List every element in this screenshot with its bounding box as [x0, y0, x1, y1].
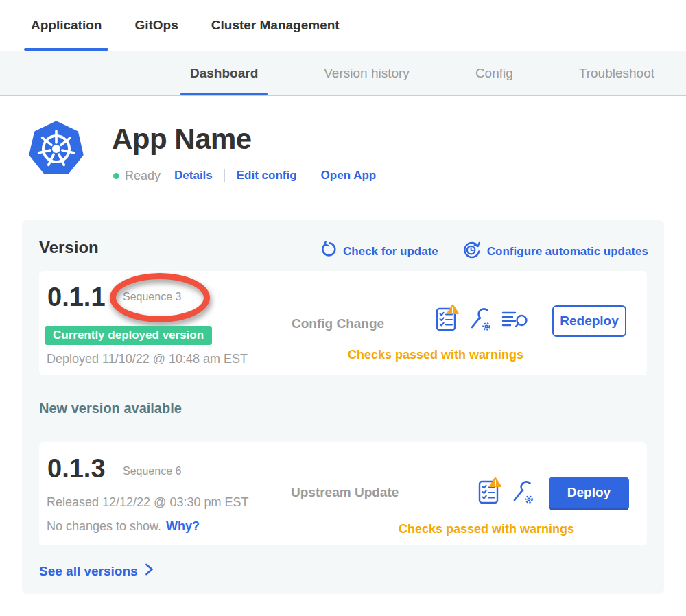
new-version-actions: [478, 477, 535, 507]
tab-version-history[interactable]: Version history: [314, 51, 419, 95]
new-version-heading: New version available: [39, 401, 182, 416]
scheduled-update-icon: [462, 240, 481, 263]
new-version-source: Upstream Update: [291, 485, 399, 500]
new-checks-status: Checks passed with warnings: [399, 522, 574, 536]
configure-automatic-updates-label: Configure automatic updates: [487, 245, 648, 259]
link-divider: [309, 169, 309, 182]
link-divider: [224, 169, 225, 182]
top-nav: Application GitOps Cluster Management: [0, 0, 686, 51]
new-version-number: 0.1.3: [47, 457, 106, 480]
app-status-label: Ready: [125, 169, 161, 183]
redeploy-button[interactable]: Redeploy: [552, 305, 626, 337]
current-version-sequence: Sequence 3: [123, 291, 181, 303]
why-link[interactable]: Why?: [166, 519, 200, 534]
tab-cluster-management[interactable]: Cluster Management: [204, 0, 346, 51]
preflight-checks-warning-icon[interactable]: [478, 477, 501, 507]
deploy-button[interactable]: Deploy: [549, 477, 629, 508]
view-diff-icon[interactable]: [501, 308, 529, 334]
preflight-checks-warning-icon[interactable]: [436, 304, 459, 334]
refresh-icon: [319, 241, 337, 262]
new-version-sequence: Sequence 6: [123, 465, 181, 477]
no-changes-row: No changes to show. Why?: [47, 519, 200, 534]
version-card-title: Version: [39, 238, 99, 257]
open-app-link[interactable]: Open App: [321, 169, 377, 182]
tab-dashboard[interactable]: Dashboard: [180, 51, 268, 95]
released-timestamp: Released 12/12/22 @ 03:30 pm EST: [47, 495, 248, 510]
current-checks-status: Checks passed with warnings: [348, 348, 523, 362]
configure-automatic-updates-link[interactable]: Configure automatic updates: [462, 240, 648, 263]
tab-config[interactable]: Config: [466, 51, 523, 95]
new-version-row: 0.1.3 Sequence 6 Released 12/12/22 @ 03:…: [39, 442, 647, 545]
current-version-row: 0.1.1 Sequence 3 Currently deployed vers…: [39, 271, 647, 375]
update-actions: Check for update Configure automatic upd…: [319, 240, 648, 263]
tab-troubleshoot[interactable]: Troubleshoot: [569, 51, 664, 95]
current-version-number: 0.1.1: [47, 285, 106, 309]
currently-deployed-badge: Currently deployed version: [45, 326, 212, 345]
app-sub-nav: Dashboard Version history Config Trouble…: [0, 51, 686, 96]
deployed-timestamp: Deployed 11/10/22 @ 10:48 am EST: [47, 352, 248, 366]
kubernetes-logo-icon: [27, 121, 85, 180]
current-version-source: Config Change: [292, 316, 384, 331]
no-changes-label: No changes to show.: [47, 519, 161, 534]
tab-application[interactable]: Application: [24, 0, 108, 51]
details-link[interactable]: Details: [174, 169, 213, 182]
config-wrench-icon[interactable]: [510, 479, 535, 507]
check-for-update-label: Check for update: [343, 245, 438, 259]
chevron-right-icon: [144, 562, 154, 580]
app-status-row: Ready Details Edit config Open App: [113, 167, 376, 184]
config-wrench-icon[interactable]: [468, 307, 493, 334]
tab-gitops[interactable]: GitOps: [128, 0, 185, 51]
see-all-versions-label: See all versions: [39, 564, 138, 579]
ready-status-dot-icon: [113, 173, 119, 179]
see-all-versions-link[interactable]: See all versions: [39, 562, 154, 580]
page-title: App Name: [112, 123, 252, 156]
version-card: Version Check for update Configure auto: [22, 220, 664, 594]
edit-config-link[interactable]: Edit config: [237, 169, 297, 182]
check-for-update-link[interactable]: Check for update: [319, 241, 438, 262]
current-version-actions: [436, 304, 529, 334]
